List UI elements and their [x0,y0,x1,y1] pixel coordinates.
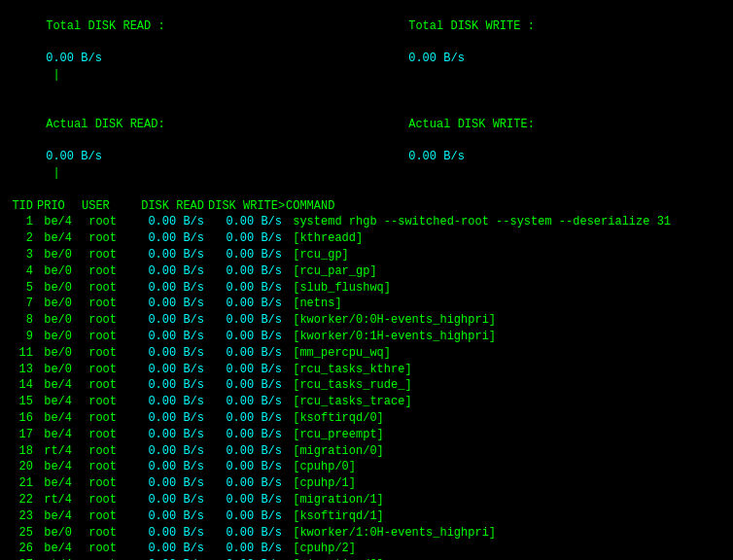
disk-read-cell: 0.00 B/s [130,280,208,297]
table-row: 1 be/4 root 0.00 B/s 0.00 B/s systemd rh… [4,214,729,230]
user-cell: root [82,394,130,410]
prio-cell: be/4 [35,508,82,525]
user-cell: root [82,525,130,542]
disk-read-cell: 0.00 B/s [130,410,208,427]
tid-cell: 2 [4,230,35,247]
command-cell: [kworker/0:1H-events_highpri] [286,329,496,345]
disk-write-cell: 0.00 B/s [208,362,286,378]
prio-cell: be/4 [35,459,82,475]
total-disk-write-label: Total DISK WRITE : [408,19,535,33]
header-row-1: Total DISK READ : 0.00 B/s | Total DISK … [4,2,729,100]
table-row: 21 be/4 root 0.00 B/s 0.00 B/s [cpuhp/1] [4,475,729,492]
table-row: 17 be/4 root 0.00 B/s 0.00 B/s [rcu_pree… [4,427,729,443]
table-row: 13 be/0 root 0.00 B/s 0.00 B/s [rcu_task… [4,362,729,378]
table-row: 4 be/0 root 0.00 B/s 0.00 B/s [rcu_par_g… [4,263,729,280]
prio-cell: be/0 [35,280,82,297]
tid-cell: 13 [4,362,35,378]
disk-read-cell: 0.00 B/s [130,377,208,394]
user-cell: root [82,362,130,378]
table-row: 2 be/4 root 0.00 B/s 0.00 B/s [kthreadd] [4,230,729,247]
tid-cell: 16 [4,410,35,427]
user-cell: root [82,247,130,263]
disk-write-cell: 0.00 B/s [208,247,286,263]
user-cell: root [82,312,130,329]
command-cell: [ksoftirqd/0] [286,410,384,427]
disk-read-cell: 0.00 B/s [130,475,208,492]
actual-disk-read-value: 0.00 B/s [46,150,102,163]
command-cell: [cpuhp/0] [286,459,356,475]
table-row: 9 be/0 root 0.00 B/s 0.00 B/s [kworker/0… [4,329,729,345]
disk-read-cell: 0.00 B/s [130,427,208,443]
command-cell: [rcu_preempt] [286,427,384,443]
prio-cell: be/4 [35,427,82,443]
prio-cell: be/0 [35,247,82,263]
tid-cell: 11 [4,345,35,362]
disk-write-cell: 0.00 B/s [208,427,286,443]
total-disk-write-section: Total DISK WRITE : 0.00 B/s [366,2,729,100]
data-rows-container: 1 be/4 root 0.00 B/s 0.00 B/s systemd rh… [4,214,729,560]
table-row: 25 be/0 root 0.00 B/s 0.00 B/s [kworker/… [4,525,729,542]
actual-disk-read-section: Actual DISK READ: 0.00 B/s | [4,100,366,198]
user-cell: root [82,541,130,557]
user-cell: root [82,410,130,427]
command-cell: [migration/0] [286,443,384,460]
user-cell: root [82,230,130,247]
user-cell: root [82,475,130,492]
disk-write-cell: 0.00 B/s [208,263,286,280]
table-row: 20 be/4 root 0.00 B/s 0.00 B/s [cpuhp/0] [4,459,729,475]
tid-cell: 9 [4,329,35,345]
command-cell: [cpuhp/2] [286,541,356,557]
prio-cell: be/0 [35,525,82,542]
user-cell: root [82,296,130,312]
user-cell: root [82,492,130,508]
table-row: 11 be/0 root 0.00 B/s 0.00 B/s [mm_percp… [4,345,729,362]
command-cell: [slub_flushwq] [286,280,391,297]
col-prio: PRIO [35,198,82,215]
prio-cell: be/0 [35,329,82,345]
prio-cell: be/4 [35,214,82,230]
col-user: USER [82,198,130,215]
prio-cell: be/0 [35,296,82,312]
disk-write-cell: 0.00 B/s [208,230,286,247]
user-cell: root [82,508,130,525]
disk-read-cell: 0.00 B/s [130,508,208,525]
actual-disk-write-section: Actual DISK WRITE: 0.00 B/s [366,100,729,198]
total-disk-read-value: 0.00 B/s [46,52,102,65]
user-cell: root [82,345,130,362]
command-cell: [netns] [286,296,342,312]
tid-cell: 14 [4,377,35,394]
prio-cell: be/0 [35,312,82,329]
actual-disk-read-label: Actual DISK READ: [46,118,164,131]
tid-cell: 26 [4,541,35,557]
total-disk-read-section: Total DISK READ : 0.00 B/s | [4,2,366,100]
tid-cell: 18 [4,443,35,460]
prio-cell: be/4 [35,230,82,247]
prio-cell: be/4 [35,377,82,394]
col-tid: TID [4,198,35,215]
header-row-2: Actual DISK READ: 0.00 B/s | Actual DISK… [4,100,729,198]
table-row: 15 be/4 root 0.00 B/s 0.00 B/s [rcu_task… [4,394,729,410]
disk-write-cell: 0.00 B/s [208,443,286,460]
actual-disk-write-label: Actual DISK WRITE: [408,118,535,131]
disk-write-cell: 0.00 B/s [208,394,286,410]
user-cell: root [82,377,130,394]
disk-read-cell: 0.00 B/s [130,345,208,362]
user-cell: root [82,329,130,345]
command-cell: [mm_percpu_wq] [286,345,391,362]
disk-read-cell: 0.00 B/s [130,541,208,557]
disk-write-cell: 0.00 B/s [208,214,286,230]
tid-cell: 7 [4,296,35,312]
total-disk-read-label: Total DISK READ : [46,19,164,33]
tid-cell: 22 [4,492,35,508]
tid-cell: 25 [4,525,35,542]
table-row: 26 be/4 root 0.00 B/s 0.00 B/s [cpuhp/2] [4,541,729,557]
actual-disk-write-value: 0.00 B/s [408,150,465,163]
prio-cell: be/4 [35,541,82,557]
prio-cell: be/4 [35,410,82,427]
prio-cell: be/0 [35,345,82,362]
command-cell: [rcu_tasks_rude_] [286,377,412,394]
table-row: 14 be/4 root 0.00 B/s 0.00 B/s [rcu_task… [4,377,729,394]
disk-write-cell: 0.00 B/s [208,312,286,329]
table-row: 22 rt/4 root 0.00 B/s 0.00 B/s [migratio… [4,492,729,508]
disk-read-cell: 0.00 B/s [130,394,208,410]
